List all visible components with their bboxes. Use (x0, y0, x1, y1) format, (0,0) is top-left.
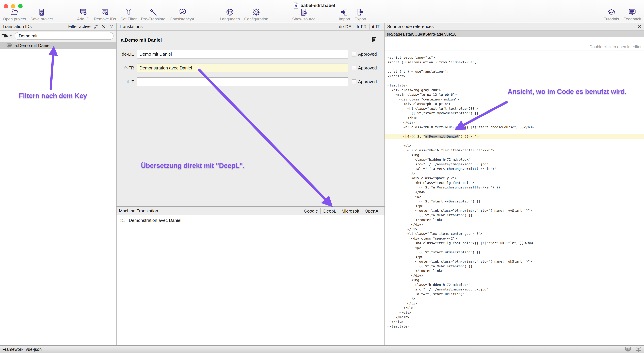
language-toggle-label: de-DE (339, 24, 351, 29)
toolbar-label: Add ID (77, 17, 90, 22)
toolbar-configuration[interactable]: Configuration (242, 8, 270, 22)
window-title-group: b babel-edit.babel (293, 2, 335, 9)
chat-wave-bubble-icon[interactable] (625, 346, 631, 352)
toolbar-open-project[interactable]: Open project (1, 8, 28, 22)
mt-provider-microsoft[interactable]: Microsoft (339, 208, 362, 214)
code-line: <template> (388, 83, 644, 88)
toolbar-label: Open project (3, 17, 26, 22)
translation-input-de-de[interactable] (137, 50, 348, 59)
brain-check-icon (178, 8, 186, 16)
code-line: </div> (388, 310, 644, 315)
mt-provider-google[interactable]: Google (301, 208, 320, 214)
toolbar-export[interactable]: Export (352, 8, 368, 22)
toolbar-add-id[interactable]: Add ID (75, 8, 92, 22)
code-line: </p> (388, 255, 644, 259)
language-toggle-fr-fr[interactable]: fr-FR (354, 24, 369, 30)
panel-splitter[interactable] (116, 206, 384, 207)
translation-ids-panel: Translation IDs Filter active Filter: a.… (0, 23, 116, 345)
toolbar-feedback[interactable]: Feedback (621, 8, 643, 22)
approved-checkbox-fr-fr[interactable] (352, 66, 356, 70)
code-line: :alt="t('a.Versicherungsvermittler/-in')… (388, 167, 644, 171)
language-toggle-it-it[interactable]: it-IT (369, 24, 382, 30)
code-line: <script setup lang="ts"> (388, 55, 644, 60)
globe-icon (226, 8, 234, 16)
code-line: </div> (388, 222, 644, 227)
row-language-label: fr-FR (116, 65, 134, 71)
source-file-row[interactable]: src/pages/start/GuestStartPage.vue:18 (385, 31, 644, 37)
translation-input-fr-fr[interactable] (137, 64, 348, 72)
code-line: <main class="lg:px-12 lg:pb-6"> (388, 92, 644, 97)
approved-label: Approved (358, 65, 377, 71)
translation-entry: a.Demo mit Daniel de-DEApprovedfr-FRAppr… (116, 31, 384, 206)
toolbar-label: Save project (30, 17, 53, 22)
approved-label: Approved (358, 79, 377, 85)
approved-checkbox-de-de[interactable] (352, 52, 356, 57)
clear-filter-icon[interactable] (102, 24, 106, 29)
close-window-icon[interactable] (4, 4, 8, 9)
code-line: /> (388, 171, 644, 176)
minimize-window-icon[interactable] (11, 4, 15, 9)
mt-suggestion-text[interactable]: Démonstration avec Daniel (129, 218, 182, 223)
highlighted-translation-key[interactable]: a.Demo mit Daniel (425, 135, 459, 138)
toolbar: Open projectSave projectAdd IDRemove IDs… (1, 8, 643, 22)
toolbar-languages[interactable]: Languages (218, 8, 242, 22)
rate-star-bubble-icon[interactable] (635, 346, 642, 352)
bubble-minus-icon (101, 8, 109, 16)
source-references-title: Source code references (387, 24, 434, 29)
translation-rows: de-DEApprovedfr-FRApprovedit-ITApproved (116, 50, 384, 91)
translation-id-item[interactable]: a.Demo mit Daniel (0, 42, 116, 49)
code-line: <h3 class="mb-8 text-blue-900">{{ $t("st… (388, 125, 644, 130)
toolbar-set-filter[interactable]: Set Filter (118, 8, 139, 22)
toolbar-label: Languages (220, 17, 240, 22)
approved-checkbox-it-it[interactable] (352, 79, 356, 84)
machine-translation-header: Machine Translation GoogleDeepLMicrosoft… (116, 207, 384, 215)
filter-input[interactable] (15, 32, 114, 40)
magic-wand-icon (149, 8, 157, 16)
toolbar-show-source[interactable]: Show source (290, 8, 318, 22)
refresh-icon[interactable] (94, 24, 98, 29)
window-titlebar: b babel-edit.babel Open projectSave proj… (0, 0, 644, 23)
source-references-header: Source code references (385, 23, 644, 31)
entry-notes-icon[interactable] (372, 37, 377, 43)
code-line: </li> (388, 301, 644, 306)
code-line (388, 79, 644, 83)
zoom-window-icon[interactable] (18, 4, 22, 9)
toolbar-save-project[interactable]: Save project (28, 8, 55, 22)
code-line: </router-link> (388, 268, 644, 273)
entry-id-title: a.Demo mit Daniel (121, 38, 162, 43)
mt-provider-deepl[interactable]: DeepL (320, 208, 339, 214)
translation-input-it-it[interactable] (137, 77, 348, 86)
code-line: <router-link class="btn-primary" :to="{ … (388, 208, 644, 213)
traffic-lights (4, 4, 22, 9)
code-line-highlighted[interactable]: <h4>{{ $t("a.Demo mit Daniel") }}</h4> (385, 134, 644, 139)
code-line: </p> (388, 204, 644, 208)
code-line: /> (388, 296, 644, 301)
code-line: :alt="t('start.ukTitle')" (388, 292, 644, 296)
translations-panel: Translations de-DEfr-FRit-IT a.Demo mit … (116, 23, 385, 345)
toolbar-label: Import (339, 17, 350, 22)
toolbar-label: Feedback (624, 17, 641, 22)
code-line: {{ $t("start.myvbvDescription") }} (388, 111, 644, 116)
mt-provider-openai[interactable]: OpenAI (362, 208, 382, 214)
code-line: {{ $t("a.Versicherungsvermittler/-in") }… (388, 185, 644, 190)
open-in-editor-hint: Double-click to open in editor (385, 37, 644, 51)
toolbar-label: Show source (292, 17, 316, 22)
code-line: </template> (388, 324, 644, 329)
code-line: </h1> (388, 116, 644, 120)
toolbar-tutorials[interactable]: Tutorials (602, 8, 621, 22)
source-code-view[interactable]: <script setup lang="ts">import { useTran… (385, 51, 644, 345)
code-line: {{ $t("start.vvDescription") }} (388, 199, 644, 204)
language-toggle-de-de[interactable]: de-DE (336, 24, 354, 30)
funnel-icon[interactable] (109, 24, 114, 29)
translations-header: Translations de-DEfr-FRit-IT (116, 23, 384, 31)
toolbar-consistencyai[interactable]: ConsistencyAI (168, 8, 198, 22)
toolbar-remove-ids[interactable]: Remove IDs (92, 8, 118, 22)
toolbar-pre-translate[interactable]: Pre-Translate (139, 8, 168, 22)
toolbar-import[interactable]: Import (336, 8, 352, 22)
graduation-cap-icon (607, 8, 615, 16)
code-line: </main> (388, 315, 644, 320)
code-line: </div> (388, 320, 644, 324)
code-line: <li class="flex items-center gap-x-8"> (388, 231, 644, 236)
code-line: <div class="bg-gray-200"> (388, 88, 644, 93)
close-panel-icon[interactable] (637, 25, 642, 29)
